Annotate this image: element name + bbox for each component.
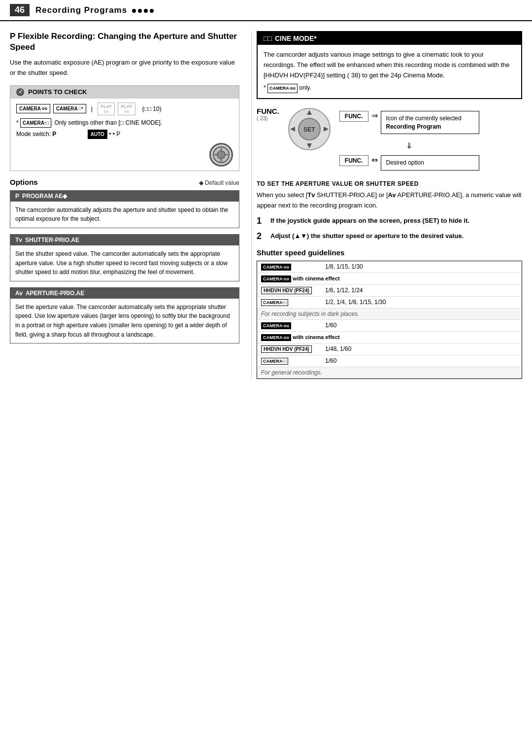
- camera-oo-dark-badge: CAMERA·oo: [261, 264, 291, 271]
- points-to-check-box: ✓ POINTS TO CHECK CAMERA oo CAMERA □*: [10, 85, 239, 171]
- page-title: Recording Programs: [35, 5, 154, 15]
- section-title: P Flexible Recording: Changing the Apert…: [10, 31, 239, 53]
- camera-sq-gen-badge: CAMERA·□: [261, 358, 288, 365]
- dot2: [138, 9, 142, 13]
- func-desc-box-2: Desired option: [381, 155, 479, 171]
- desired-option-text: Desired option: [386, 159, 424, 166]
- camera-oo-cinema-badge: CAMERA·oo: [261, 275, 291, 282]
- options-title: Options: [10, 178, 38, 186]
- points-header: ✓ POINTS TO CHECK: [10, 86, 239, 99]
- cine-mode-icon: □□: [264, 34, 272, 42]
- shutter-table: CAMERA·oo 1/8, 1/15, 1/30 CAMERA·oo with…: [257, 261, 522, 379]
- camera-label-1: CAMERA: [19, 105, 41, 112]
- page-number: 46: [10, 4, 30, 16]
- shutter-val-dark-4: 1/2, 1/4, 1/8, 1/15, 1/30: [325, 299, 518, 306]
- shutter-prio-icon: Tv: [15, 237, 22, 243]
- svg-text:SET: SET: [303, 126, 315, 133]
- joystick-set-svg: SET: [287, 107, 332, 151]
- shutter-guidelines-title: Shutter speed guidelines: [257, 248, 522, 257]
- camera-sq-badge: CAMERA·□: [261, 299, 288, 306]
- aperture-prio-header: Av APERTURE-PRIO.AE: [10, 288, 239, 299]
- hdv-badge-gen: HHDVH HDV (PF24): [261, 345, 312, 353]
- func-section: FUNC. ( 23) SET: [257, 107, 522, 172]
- func-arrow-row-2: FUNC. ⇔ Desired option: [339, 155, 479, 171]
- step-text-1: If the joystick guide appears on the scr…: [270, 216, 469, 226]
- shutter-val-dark-3: 1/6, 1/12, 1/24: [325, 287, 518, 294]
- shutter-val-gen-3: 1/48, 1/60: [325, 345, 518, 352]
- func-desc-box-1: Icon of the currently selected Recording…: [381, 111, 479, 135]
- camera-badge: CAMERA·□: [20, 118, 51, 128]
- title-text: Recording Programs: [35, 5, 127, 15]
- shutter-cam-dark-3: HHDVH HDV (PF24): [261, 287, 325, 294]
- play-oo-btn2: PLAY oo: [118, 103, 135, 115]
- to-set-title: TO SET THE APERTURE VALUE OR SHUTTER SPE…: [257, 180, 522, 187]
- svg-point-1: [217, 151, 225, 159]
- camera-oo-star-btn: CAMERA □*: [53, 104, 86, 113]
- with-cinema-gen: with cinema effect: [293, 334, 339, 340]
- shutter-row-gen-1: CAMERA·oo 1/60: [257, 320, 522, 332]
- dots-p: • • P: [109, 131, 120, 137]
- aperture-prio-body: Set the aperture value. The camcorder au…: [10, 299, 239, 343]
- section-title-text: Flexible Recording: Changing the Apertur…: [10, 32, 237, 52]
- cine-camera-badge: CAMERA·oo: [267, 84, 298, 93]
- shutter-cam-gen-2: CAMERA·oo with cinema effect: [261, 334, 340, 341]
- shutter-row-dark-2: CAMERA·oo with cinema effect: [257, 273, 522, 285]
- dot4: [150, 9, 154, 13]
- instructions-section: TO SET THE APERTURE VALUE OR SHUTTER SPE…: [257, 180, 522, 241]
- func-label-area: FUNC. ( 23): [257, 107, 279, 121]
- dot1: [132, 9, 136, 13]
- general-note: For general recordings.: [257, 367, 522, 378]
- aperture-prio-label: APERTURE-PRIO.AE: [26, 290, 84, 297]
- shutter-cam-dark-1: CAMERA·oo: [261, 263, 325, 271]
- step-num-2: 2: [257, 231, 266, 241]
- page-header: 46 Recording Programs: [0, 0, 532, 21]
- shutter-val-gen-1: 1/60: [325, 322, 518, 329]
- to-set-body: When you select [Tv SHUTTER-PRIO.AE] or …: [257, 190, 522, 211]
- left-column: P Flexible Recording: Changing the Apert…: [10, 31, 251, 379]
- func-page-ref: ( 23): [257, 115, 279, 121]
- points-label: POINTS TO CHECK: [28, 88, 87, 96]
- cine-note: * CAMERA·oo only.: [264, 83, 515, 93]
- dial-svg: [212, 146, 230, 164]
- program-ae-body: The camcorder automatically adjusts the …: [10, 202, 239, 228]
- dial-icon: [209, 143, 233, 167]
- shutter-row-dark-4: CAMERA·□ 1/2, 1/4, 1/8, 1/15, 1/30: [257, 297, 522, 309]
- step-2: 2 Adjust (▲▼) the shutter speed or apert…: [257, 231, 522, 241]
- p-icon: P: [10, 32, 15, 41]
- down-arrow: ⇓: [339, 141, 479, 150]
- shutter-cam-gen-4: CAMERA·□: [261, 357, 325, 365]
- program-ae-box: P PROGRAM AE◆ The camcorder automaticall…: [10, 190, 239, 228]
- mode-p: P: [52, 131, 56, 137]
- note-line: * CAMERA·□: Only settings other than [□ …: [16, 118, 233, 128]
- shutter-prio-body: Set the shutter speed value. The camcord…: [10, 245, 239, 281]
- shutter-prio-box: Tv SHUTTER-PRIO.AE Set the shutter speed…: [10, 234, 239, 281]
- shutter-prio-header: Tv SHUTTER-PRIO.AE: [10, 235, 239, 245]
- camera-sub-1: oo: [42, 106, 47, 112]
- func-desc-area: FUNC. ⇒ Icon of the currently selected R…: [339, 111, 479, 172]
- play-label-2: PLAY: [121, 104, 132, 109]
- cine-mode-label: CINE MODE*: [275, 34, 317, 42]
- arrow-right-1: ⇒: [371, 111, 378, 120]
- cine-mode-box: □□ CINE MODE* The camcorder adjusts vari…: [257, 31, 522, 99]
- camera-label-2: CAMERA: [56, 105, 78, 112]
- play-sub-1: oo: [104, 109, 109, 114]
- cine-header: □□ CINE MODE*: [258, 32, 521, 45]
- aperture-prio-box: Av APERTURE-PRIO.AE Set the aperture val…: [10, 287, 239, 344]
- shutter-cam-dark-4: CAMERA·□: [261, 299, 325, 306]
- points-body: CAMERA oo CAMERA □* | PLAY oo: [10, 99, 239, 171]
- step-1: 1 If the joystick guide appears on the s…: [257, 216, 522, 226]
- with-cinema: with cinema effect: [293, 275, 339, 281]
- cine-body-text: The camcorder adjusts various image sett…: [264, 51, 510, 79]
- shutter-prio-label: SHUTTER-PRIO.AE: [25, 237, 79, 243]
- func-controls: SET: [287, 107, 332, 153]
- page-ref: (□□ 10): [142, 105, 162, 112]
- arrow-right-2: ⇔: [371, 155, 378, 165]
- shutter-row-dark-3: HHDVH HDV (PF24) 1/6, 1/12, 1/24: [257, 285, 522, 297]
- func-desc-title: Icon of the currently selected: [386, 114, 474, 123]
- separator: |: [91, 105, 93, 112]
- program-ae-label: PROGRAM AE◆: [22, 193, 67, 200]
- options-header: Options ◆ Default value: [10, 178, 239, 186]
- right-column: □□ CINE MODE* The camcorder adjusts vari…: [251, 31, 522, 379]
- func-btn-1: FUNC.: [339, 111, 368, 122]
- mode-switch-line: Mode switch: P AUTO • • P: [16, 130, 233, 139]
